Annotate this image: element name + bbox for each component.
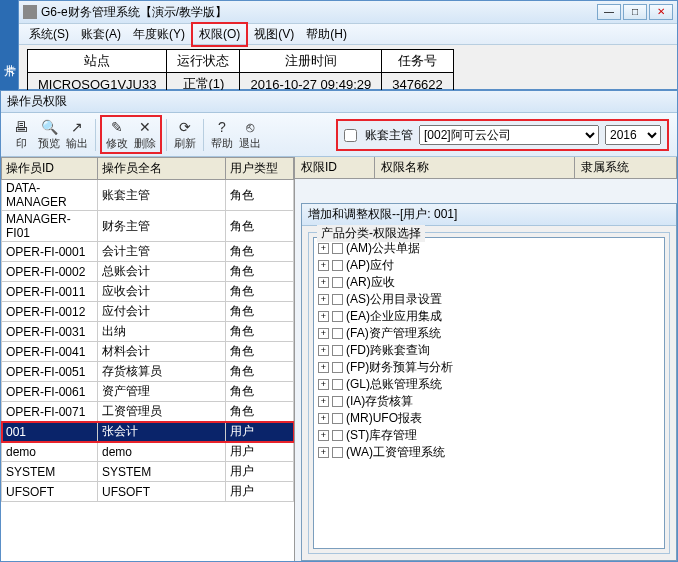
menu-account[interactable]: 账套(A) [75,24,127,45]
right-grid-header: 权限ID 权限名称 隶属系统 [295,157,677,179]
expand-icon[interactable]: + [318,294,329,305]
tree-checkbox[interactable] [332,294,343,305]
tree-item[interactable]: +(IA)存货核算 [316,393,662,410]
minimize-button[interactable]: — [597,4,621,20]
table-row[interactable]: OPER-FI-0071工资管理员角色 [2,402,294,422]
table-row[interactable]: OPER-FI-0001会计主管角色 [2,242,294,262]
tree-item[interactable]: +(EA)企业应用集成 [316,308,662,325]
menu-year[interactable]: 年度账(Y) [127,24,191,45]
col-system[interactable]: 隶属系统 [575,157,677,178]
tree-checkbox[interactable] [332,447,343,458]
table-row[interactable]: OPER-FI-0031出纳角色 [2,322,294,342]
exit-icon: ⎋ [241,118,259,136]
expand-icon[interactable]: + [318,362,329,373]
table-row[interactable]: SYSTEMSYSTEM用户 [2,462,294,482]
close-button[interactable]: ✕ [649,4,673,20]
tree-checkbox[interactable] [332,243,343,254]
tree-item[interactable]: +(FD)跨账套查询 [316,342,662,359]
cell-type: 用户 [226,482,294,502]
refresh-button[interactable]: ⟳刷新 [171,118,199,151]
tree-item[interactable]: +(AM)公共单据 [316,240,662,257]
col-operator-id[interactable]: 操作员ID [2,158,98,180]
help-button[interactable]: ?帮助 [208,118,236,151]
expand-icon[interactable]: + [318,447,329,458]
preview-button[interactable]: 🔍预览 [35,118,63,151]
table-row[interactable]: OPER-FI-0012应付会计角色 [2,302,294,322]
table-row[interactable]: OPER-FI-0041材料会计角色 [2,342,294,362]
permission-group: 产品分类-权限选择 +(AM)公共单据+(AP)应付+(AR)应收+(AS)公用… [308,232,670,554]
menu-view[interactable]: 视图(V) [248,24,300,45]
entity-select[interactable]: [002]阿可云公司 [419,125,599,145]
menu-help[interactable]: 帮助(H) [300,24,353,45]
table-row[interactable]: OPER-FI-0061资产管理角色 [2,382,294,402]
table-row[interactable]: MANAGER-FI01财务主管角色 [2,211,294,242]
print-button[interactable]: 🖶印 [7,118,35,151]
output-button[interactable]: ↗输出 [63,118,91,151]
tree-item[interactable]: +(ST)库存管理 [316,427,662,444]
permission-tree[interactable]: +(AM)公共单据+(AP)应付+(AR)应收+(AS)公用目录设置+(EA)企… [313,237,665,549]
tree-checkbox[interactable] [332,362,343,373]
tree-item[interactable]: +(MR)UFO报表 [316,410,662,427]
delete-button[interactable]: ✕删除 [131,118,159,151]
expand-icon[interactable]: + [318,328,329,339]
expand-icon[interactable]: + [318,311,329,322]
table-row[interactable]: 001张会计用户 [2,422,294,442]
table-row[interactable]: OPER-FI-0002总账会计角色 [2,262,294,282]
expand-icon[interactable]: + [318,243,329,254]
tree-checkbox[interactable] [332,430,343,441]
tree-label: (AM)公共单据 [346,240,420,257]
tree-item[interactable]: +(WA)工资管理系统 [316,444,662,461]
menu-system[interactable]: 系统(S) [23,24,75,45]
tree-checkbox[interactable] [332,328,343,339]
col-user-type[interactable]: 用户类型 [226,158,294,180]
tree-label: (AR)应收 [346,274,395,291]
tree-item[interactable]: +(AR)应收 [316,274,662,291]
tree-checkbox[interactable] [332,260,343,271]
tree-label: (GL)总账管理系统 [346,376,442,393]
tree-checkbox[interactable] [332,413,343,424]
tree-label: (ST)库存管理 [346,427,417,444]
col-operator-name[interactable]: 操作员全名 [98,158,226,180]
tree-checkbox[interactable] [332,277,343,288]
table-row[interactable]: OPER-FI-0051存货核算员角色 [2,362,294,382]
expand-icon[interactable]: + [318,396,329,407]
table-row[interactable]: DATA-MANAGER账套主管角色 [2,180,294,211]
maximize-button[interactable]: □ [623,4,647,20]
tree-checkbox[interactable] [332,311,343,322]
tree-item[interactable]: +(AS)公用目录设置 [316,291,662,308]
tree-item[interactable]: +(AP)应付 [316,257,662,274]
tree-label: (FA)资产管理系统 [346,325,441,342]
account-admin-checkbox[interactable] [344,129,357,142]
cell-id: demo [2,442,98,462]
table-row[interactable]: OPER-FI-0011应收会计角色 [2,282,294,302]
year-select[interactable]: 2016 [605,125,661,145]
table-row[interactable]: UFSOFTUFSOFT用户 [2,482,294,502]
expand-icon[interactable]: + [318,413,329,424]
col-perm-name[interactable]: 权限名称 [375,157,575,178]
tree-checkbox[interactable] [332,396,343,407]
tree-item[interactable]: +(FP)财务预算与分析 [316,359,662,376]
col-perm-id[interactable]: 权限ID [295,157,375,178]
tree-item[interactable]: +(FA)资产管理系统 [316,325,662,342]
menu-permission[interactable]: 权限(O) [191,22,248,47]
expand-icon[interactable]: + [318,379,329,390]
expand-icon[interactable]: + [318,430,329,441]
tree-item[interactable]: +(GL)总账管理系统 [316,376,662,393]
expand-icon[interactable]: + [318,345,329,356]
tree-checkbox[interactable] [332,345,343,356]
expand-icon[interactable]: + [318,260,329,271]
account-admin-label: 账套主管 [365,127,413,144]
cell-type: 角色 [226,211,294,242]
cell-name: 应付会计 [98,302,226,322]
operator-grid[interactable]: 操作员ID 操作员全名 用户类型 DATA-MANAGER账套主管角色MANAG… [1,157,294,502]
modify-button[interactable]: ✎修改 [103,118,131,151]
cell-id: OPER-FI-0031 [2,322,98,342]
window-controls: — □ ✕ [597,4,673,20]
tree-checkbox[interactable] [332,379,343,390]
cell-type: 角色 [226,342,294,362]
expand-icon[interactable]: + [318,277,329,288]
cell-id: OPER-FI-0011 [2,282,98,302]
table-row[interactable]: demodemo用户 [2,442,294,462]
info-h-site: 站点 [28,50,167,73]
exit-button[interactable]: ⎋退出 [236,118,264,151]
